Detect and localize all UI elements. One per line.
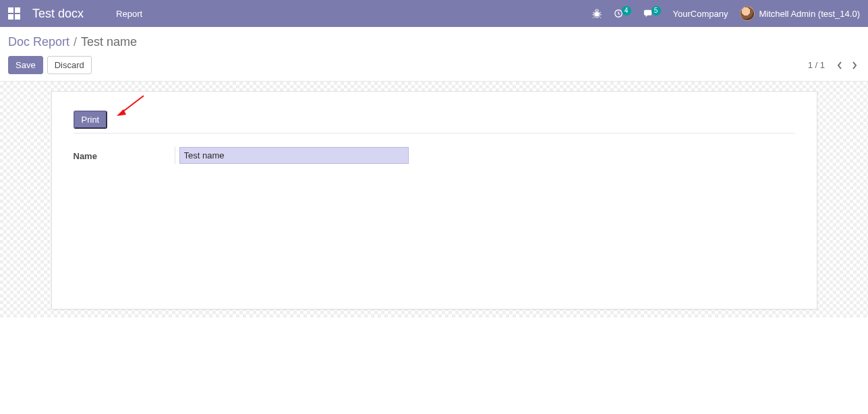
content-area: Print Name bbox=[0, 82, 868, 318]
company-selector[interactable]: YourCompany bbox=[673, 9, 728, 19]
activity-badge: 4 bbox=[622, 6, 631, 16]
discuss-icon[interactable]: 5 bbox=[643, 9, 661, 18]
user-name: Mitchell Admin (test_14.0) bbox=[759, 9, 860, 19]
header-right: 4 5 YourCompany Mitchell Admin (test_14.… bbox=[592, 6, 860, 21]
bug-icon[interactable] bbox=[592, 9, 602, 18]
discard-button[interactable]: Discard bbox=[47, 56, 92, 74]
discuss-badge: 5 bbox=[652, 6, 661, 16]
activity-icon[interactable]: 4 bbox=[614, 9, 631, 18]
apps-icon[interactable] bbox=[8, 7, 20, 20]
app-title: Test docx bbox=[32, 7, 84, 21]
save-button[interactable]: Save bbox=[8, 56, 43, 74]
sheet-header: Print bbox=[74, 105, 795, 134]
svg-marker-3 bbox=[117, 109, 126, 116]
print-button[interactable]: Print bbox=[74, 111, 108, 129]
name-label: Name bbox=[74, 147, 175, 161]
breadcrumb-current: Test name bbox=[81, 35, 137, 49]
form-sheet: Print Name bbox=[51, 91, 817, 309]
pager-next-icon[interactable] bbox=[849, 60, 860, 71]
breadcrumb-root[interactable]: Doc Report bbox=[8, 35, 69, 49]
control-panel: Doc Report / Test name Save Discard 1 / … bbox=[0, 27, 868, 82]
annotation-arrow-icon bbox=[114, 93, 146, 120]
svg-line-2 bbox=[121, 96, 144, 113]
svg-point-0 bbox=[594, 11, 599, 16]
menu-report[interactable]: Report bbox=[116, 9, 142, 19]
avatar bbox=[740, 6, 755, 21]
field-name-row: Name bbox=[74, 147, 795, 164]
pager[interactable]: 1 / 1 bbox=[808, 60, 825, 70]
app-header: Test docx Report 4 5 YourCompany Mitchel… bbox=[0, 0, 868, 27]
pager-prev-icon[interactable] bbox=[834, 60, 845, 71]
name-input[interactable] bbox=[179, 147, 409, 164]
breadcrumb: Doc Report / Test name bbox=[8, 35, 860, 49]
user-menu[interactable]: Mitchell Admin (test_14.0) bbox=[740, 6, 860, 21]
breadcrumb-separator: / bbox=[74, 35, 77, 49]
